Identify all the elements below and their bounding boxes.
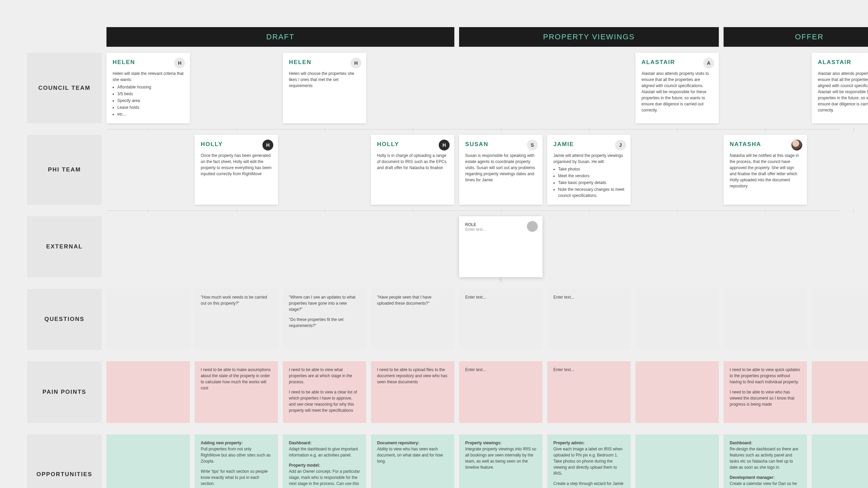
opp-tile[interactable]: [106, 434, 190, 488]
opp-tile[interactable]: Property admin:Give each image a label o…: [547, 434, 631, 488]
row-opportunities: OPPORTUNITIES Adding new property:Pull p…: [27, 434, 841, 488]
opp-tile[interactable]: Document repository:Ability to view who …: [371, 434, 454, 488]
role-name: ALASTAIR: [642, 59, 713, 66]
avatar-helen: H: [351, 58, 361, 68]
question-tile[interactable]: Enter text...: [459, 289, 542, 350]
phase-viewings: PROPERTY VIEWINGS: [459, 27, 719, 47]
pain-tile[interactable]: I need to be able to make assumptions ab…: [195, 361, 278, 423]
avatar-holly: H: [262, 140, 273, 150]
row-label-external: EXTERNAL: [27, 216, 102, 277]
question-tile[interactable]: "How much work needs to be carried out o…: [195, 289, 278, 350]
pain-tile[interactable]: [812, 361, 868, 423]
card-role-new[interactable]: ROLE Enter text...: [459, 216, 542, 277]
row-label-questions: QUESTIONS: [27, 289, 102, 350]
card-body: Natasha will be notified at this stage i…: [730, 152, 801, 189]
card-body: Susan is responsible for speaking with e…: [465, 152, 536, 183]
question-tile[interactable]: "Where can I see an updates to what prop…: [283, 289, 366, 350]
separator-line: [106, 210, 841, 211]
role-name-placeholder: ROLE: [465, 222, 536, 227]
card-alastair-1[interactable]: A ALASTAIR Alastair also attends propert…: [635, 53, 719, 123]
opp-tile[interactable]: [635, 434, 719, 488]
pain-tile[interactable]: I need to be able to upload files to the…: [371, 361, 454, 423]
card-body: Jamie will attend the property viewings …: [553, 152, 625, 199]
opp-tile[interactable]: Property viewings:Integrate property vie…: [459, 434, 542, 488]
pain-tile[interactable]: I need to be able to view quick updates …: [724, 361, 807, 423]
avatar-susan: S: [527, 140, 538, 150]
row-phi-team: PHI TEAM H HOLLY Once the property has b…: [27, 135, 841, 205]
row-pain-points: PAIN POINTS I need to be able to make as…: [27, 361, 841, 423]
avatar-alastair: A: [703, 58, 714, 68]
avatar-jamie: J: [615, 140, 626, 150]
opp-tile[interactable]: Dashboard:Re-design the dashboard so the…: [724, 434, 807, 488]
avatar-holly: H: [439, 140, 450, 150]
card-holly-2[interactable]: H HOLLY Holly is in charge of uploading …: [371, 135, 454, 205]
pain-tile[interactable]: Enter text...: [547, 361, 631, 423]
avatar-placeholder: [527, 221, 538, 232]
card-natasha[interactable]: NATASHA Natasha will be notified at this…: [724, 135, 807, 205]
card-body: Alastair also attends property visits to…: [642, 70, 713, 113]
card-holly-1[interactable]: H HOLLY Once the property has been gener…: [195, 135, 278, 205]
row-external: EXTERNAL ROLE Enter text...: [27, 216, 841, 277]
question-tile[interactable]: [724, 289, 807, 350]
avatar-natasha-photo: [791, 140, 802, 150]
card-helen-2[interactable]: H HELEN Helen will choose the properties…: [283, 53, 366, 123]
question-tile[interactable]: [635, 289, 719, 350]
card-jamie[interactable]: J JAMIE Jamie will attend the property v…: [547, 135, 631, 205]
card-body: Helen will state the relevant criteria t…: [113, 70, 184, 117]
card-alastair-2[interactable]: A ALASTAIR Alastair also attends propert…: [812, 53, 868, 123]
role-name: HOLLY: [201, 141, 272, 148]
opp-tile[interactable]: Adding new property:Pull properties from…: [195, 434, 278, 488]
role-name: HELEN: [289, 59, 360, 66]
row-council-team: COUNCIL TEAM H HELEN Helen will state th…: [27, 53, 841, 123]
row-label-council: COUNCIL TEAM: [27, 53, 102, 123]
question-tile[interactable]: "Have people seen that I have uploaded t…: [371, 289, 454, 350]
role-name: NATASHA: [730, 141, 801, 148]
pain-tile[interactable]: I need to be able to view what propertie…: [283, 361, 366, 423]
resize-handle-icon[interactable]: [499, 277, 502, 281]
phase-offer: OFFER: [724, 27, 868, 47]
role-name: JAMIE: [553, 141, 625, 148]
phase-draft: DRAFT: [106, 27, 454, 47]
card-body: Once the property has been generated on …: [201, 152, 272, 177]
card-body: Helen will choose the properties she lik…: [289, 70, 360, 89]
separator-line: [106, 129, 841, 129]
question-tile[interactable]: [106, 289, 190, 350]
question-tile[interactable]: [812, 289, 868, 350]
role-name: HELEN: [113, 59, 184, 66]
pain-tile[interactable]: Enter text...: [459, 361, 542, 423]
row-label-opportunities: OPPORTUNITIES: [27, 434, 102, 488]
pain-tile[interactable]: [106, 361, 190, 423]
role-name: SUSAN: [465, 141, 536, 148]
phase-header-row: DRAFT PROPERTY VIEWINGS OFFER: [27, 27, 841, 47]
avatar-helen: H: [174, 58, 185, 68]
card-body: Alastair also attends property visits to…: [818, 70, 868, 113]
opp-tile[interactable]: Dashboard:Adapt the dashboard to give im…: [283, 434, 366, 488]
card-body: Holly is in charge of uploading a range …: [377, 152, 448, 171]
opp-tile[interactable]: [812, 434, 868, 488]
journey-map-board: DRAFT PROPERTY VIEWINGS OFFER COUNCIL TE…: [0, 0, 868, 488]
row-label-pain: PAIN POINTS: [27, 361, 102, 423]
card-helen-1[interactable]: H HELEN Helen will state the relevant cr…: [106, 53, 190, 123]
row-label-phi: PHI TEAM: [27, 135, 102, 205]
role-name: ALASTAIR: [818, 59, 868, 66]
card-placeholder-text[interactable]: Enter text...: [465, 227, 536, 232]
question-tile[interactable]: Enter text...: [547, 289, 631, 350]
role-name: HOLLY: [377, 141, 448, 148]
row-questions: QUESTIONS "How much work needs to be car…: [27, 289, 841, 350]
card-susan[interactable]: S SUSAN Susan is responsible for speakin…: [459, 135, 542, 205]
pain-tile[interactable]: [635, 361, 719, 423]
